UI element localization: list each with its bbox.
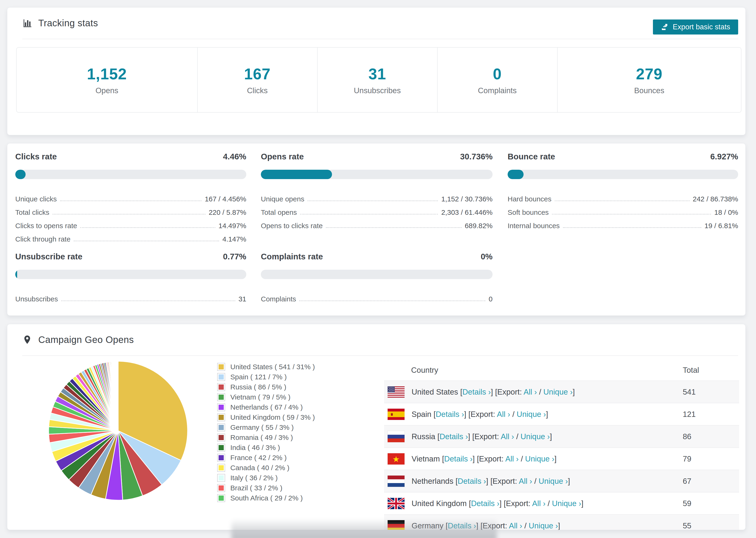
legend-label: South Africa ( 29 / 2% ) <box>230 494 303 502</box>
panel-rate-value: 0% <box>481 252 493 261</box>
export-all-link[interactable]: All › <box>509 521 522 530</box>
bar-chart-icon <box>22 18 33 28</box>
legend-label: Russia ( 86 / 5% ) <box>230 383 286 391</box>
details-link[interactable]: Details › <box>471 499 499 508</box>
legend-color-swatch <box>217 393 225 401</box>
export-unique-link[interactable]: Unique › <box>543 388 573 396</box>
legend-label: Spain ( 121 / 7% ) <box>230 373 287 381</box>
legend-item-netherlands: Netherlands ( 67 / 4% ) <box>217 402 315 412</box>
country-total: 541 <box>683 388 739 397</box>
export-icon <box>661 23 669 31</box>
dotted-leader <box>555 200 689 201</box>
legend-label: Canada ( 40 / 2% ) <box>230 464 290 472</box>
export-unique-link[interactable]: Unique › <box>529 521 558 530</box>
unsubscribe-rate-panel: Unsubscribe rate 0.77% Unsubscribes 31 <box>15 252 246 304</box>
legend-color-swatch <box>217 474 225 482</box>
progress-bar-track <box>261 170 493 179</box>
legend-item-france: France ( 42 / 2% ) <box>217 453 315 463</box>
es-flag-icon <box>388 409 405 420</box>
details-link[interactable]: Details › <box>462 388 491 396</box>
stat-label: Clicks <box>247 86 268 95</box>
panel-head: Clicks rate 4.46% <box>15 152 246 165</box>
export-all-link[interactable]: All › <box>501 432 514 441</box>
detail-value: 242 / 86.738% <box>693 195 738 204</box>
tracking-stats-header: Tracking stats <box>22 8 98 39</box>
panel-title: Bounce rate <box>508 152 555 161</box>
details-link[interactable]: Details › <box>458 477 486 485</box>
legend-item-south-africa: South Africa ( 29 / 2% ) <box>217 493 315 503</box>
export-all-link[interactable]: All › <box>519 477 532 485</box>
export-unique-link[interactable]: Unique › <box>520 432 550 441</box>
clicks-rate-panel: Clicks rate 4.46% Unique clicks 167 / 4.… <box>15 152 246 244</box>
export-all-link[interactable]: All › <box>523 388 537 396</box>
geo-header: Campaign Geo Opens <box>22 324 134 355</box>
stats-summary-box: 1,152 Opens167 Clicks31 Unsubscribes0 Co… <box>16 47 741 113</box>
panel-title: Clicks rate <box>15 152 57 161</box>
country-total: 86 <box>683 432 739 441</box>
legend-color-swatch <box>217 454 225 462</box>
country-name: Netherlands <box>411 477 453 485</box>
detail-label: Opens to clicks rate <box>261 222 323 231</box>
detail-value: 220 / 5.87% <box>209 208 246 218</box>
detail-label: Unique opens <box>261 195 304 204</box>
legend-label: Netherlands ( 67 / 4% ) <box>230 403 303 411</box>
detail-row: Unique clicks 167 / 4.456% <box>15 191 246 204</box>
detail-row: Internal bounces 19 / 6.81% <box>508 218 738 231</box>
detail-row: Total clicks 220 / 5.87% <box>15 204 246 218</box>
detail-value: 31 <box>239 295 246 304</box>
export-unique-link[interactable]: Unique › <box>552 499 581 508</box>
country-column-header: Country <box>384 366 683 375</box>
geo-opens-pie-chart <box>47 360 189 502</box>
legend-color-swatch <box>217 444 225 452</box>
panel-title: Complaints rate <box>261 252 323 261</box>
stat-label: Bounces <box>634 86 664 95</box>
geo-title: Campaign Geo Opens <box>38 335 134 345</box>
export-unique-link[interactable]: Unique › <box>539 477 568 485</box>
stat-cell-opens: 1,152 Opens <box>17 48 198 112</box>
legend-item-united-kingdom: United Kingdom ( 59 / 3% ) <box>217 412 315 422</box>
dotted-leader <box>60 200 201 201</box>
progress-bar-fill <box>508 170 523 179</box>
detail-label: Hard bounces <box>508 195 552 204</box>
legend-color-swatch <box>217 383 225 391</box>
dotted-leader <box>53 214 205 215</box>
detail-row: Complaints 0 <box>261 291 493 304</box>
detail-row: Unique opens 1,152 / 30.736% <box>261 191 493 204</box>
legend-item-united-states: United States ( 541 / 31% ) <box>217 362 315 372</box>
detail-row: Clicks to opens rate 14.497% <box>15 218 246 231</box>
export-all-link[interactable]: All › <box>497 410 510 418</box>
detail-label: Total clicks <box>15 208 49 218</box>
gb-flag-icon <box>388 498 405 509</box>
us-flag-icon <box>388 386 405 398</box>
geo-header-divider <box>22 355 738 356</box>
export-all-link[interactable]: All › <box>532 499 546 508</box>
details-link[interactable]: Details › <box>436 410 464 418</box>
legend-label: Romania ( 49 / 3% ) <box>230 434 293 442</box>
legend-item-romania: Romania ( 49 / 3% ) <box>217 432 315 443</box>
dotted-leader <box>563 227 701 228</box>
legend-label: United Kingdom ( 59 / 3% ) <box>230 413 315 421</box>
stat-value: 1,152 <box>87 65 127 83</box>
dotted-leader <box>299 300 485 301</box>
export-unique-link[interactable]: Unique › <box>517 410 546 418</box>
detail-row: Opens to clicks rate 689.82% <box>261 218 493 231</box>
detail-label: Soft bounces <box>508 208 549 218</box>
dotted-leader <box>80 227 215 228</box>
geo-country-table: Country Total United States [Details ›] … <box>384 360 739 530</box>
panel-title: Unsubscribe rate <box>15 252 82 261</box>
opens-rate-panel: Opens rate 30.736% Unique opens 1,152 / … <box>261 152 493 231</box>
legend-label: United States ( 541 / 31% ) <box>230 363 315 371</box>
export-basic-stats-button[interactable]: Export basic stats <box>653 20 738 34</box>
detail-label: Complaints <box>261 295 296 304</box>
legend-item-vietnam: Vietnam ( 79 / 5% ) <box>217 392 315 402</box>
panel-rate-value: 6.927% <box>710 152 738 161</box>
progress-bar-track <box>508 170 738 179</box>
export-all-link[interactable]: All › <box>505 455 519 463</box>
export-unique-link[interactable]: Unique › <box>525 455 555 463</box>
details-link[interactable]: Details › <box>440 432 468 441</box>
details-link[interactable]: Details › <box>444 455 473 463</box>
detail-label: Unsubscribes <box>15 295 58 304</box>
detail-label: Unique clicks <box>15 195 57 204</box>
country-name: United States <box>411 388 458 396</box>
country-row-gb: United Kingdom [Details ›] [Export: All … <box>384 492 739 514</box>
